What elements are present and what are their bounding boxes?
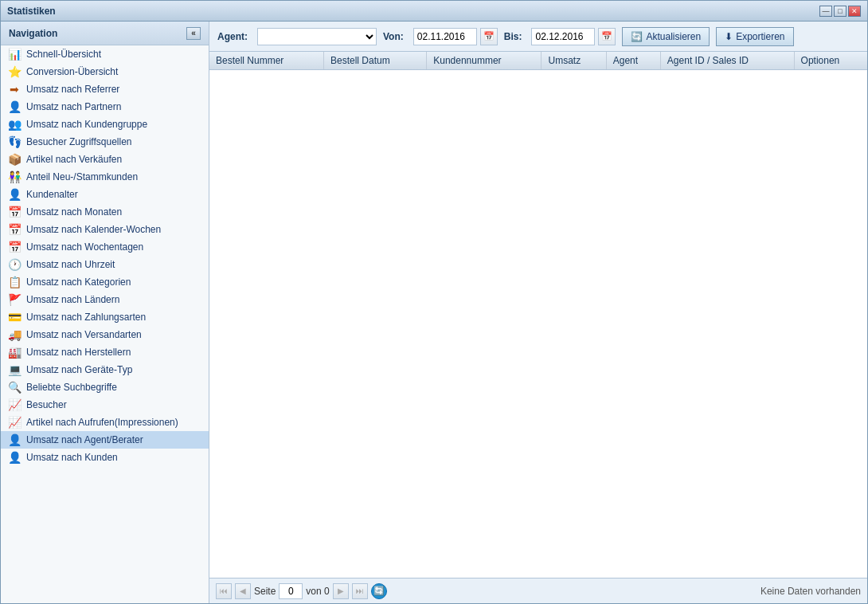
sidebar-item-kunden[interactable]: 👤Umsatz nach Kunden <box>1 449 209 466</box>
nav-icon-impressionen: 📈 <box>7 416 22 429</box>
no-data-label: Keine Daten vorhanden <box>760 586 861 597</box>
minimize-button[interactable]: — <box>819 6 832 17</box>
nav-icon-kalenderwochen: 📅 <box>7 223 22 236</box>
bis-calendar-button[interactable]: 📅 <box>598 28 616 45</box>
von-label: Von: <box>383 31 404 42</box>
nav-icon-versandarten: 🚚 <box>7 328 22 341</box>
nav-icon-kategorien: 📋 <box>7 276 22 288</box>
window-controls: — □ ✕ <box>819 6 861 17</box>
sidebar-item-stammkunden[interactable]: 👫Anteil Neu-/Stammkunden <box>1 168 209 186</box>
sidebar-item-zugriffsquellen[interactable]: 👣Besucher Zugriffsquellen <box>1 133 209 151</box>
von-date-input[interactable] <box>413 28 477 45</box>
table-header-row: Bestell Nummer Bestell Datum Kundennumme… <box>209 52 867 70</box>
sidebar-item-herstellern[interactable]: 🏭Umsatz nach Herstellern <box>1 343 209 361</box>
main-content: Navigation « 📊Schnell-Übersicht⭐Conversi… <box>1 22 867 603</box>
sidebar-item-laendern[interactable]: 🚩Umsatz nach Ländern <box>1 291 209 308</box>
export-icon: ⬇ <box>725 31 733 42</box>
sidebar-item-kalenderwochen[interactable]: 📅Umsatz nach Kalender-Wochen <box>1 221 209 238</box>
page-input[interactable] <box>279 583 303 599</box>
sidebar-item-verkaufen[interactable]: 📦Artikel nach Verkäufen <box>1 151 209 168</box>
sidebar-item-suchbegriffe[interactable]: 🔍Beliebte Suchbegriffe <box>1 378 209 396</box>
table-container: Bestell Nummer Bestell Datum Kundennumme… <box>209 52 867 578</box>
sidebar-item-kundenalter[interactable]: 👤Kundenalter <box>1 186 209 203</box>
nav-label-wochentagen: Umsatz nach Wochentagen <box>26 241 143 253</box>
agent-select[interactable] <box>257 28 377 45</box>
nav-label-agent: Umsatz nach Agent/Berater <box>26 434 143 445</box>
nav-icon-conversion: ⭐ <box>7 65 22 78</box>
nav-label-impressionen: Artikel nach Aufrufen(Impressionen) <box>26 417 178 428</box>
nav-label-besucher: Besucher <box>26 399 67 410</box>
last-page-button[interactable]: ⏭ <box>352 583 368 599</box>
prev-page-button[interactable]: ◀ <box>235 583 251 599</box>
nav-icon-wochentagen: 📅 <box>7 241 22 253</box>
nav-label-referrer: Umsatz nach Referrer <box>26 84 119 95</box>
nav-label-herstellern: Umsatz nach Herstellern <box>26 347 131 358</box>
data-table: Bestell Nummer Bestell Datum Kundennumme… <box>209 52 867 70</box>
refresh-icon: 🔄 <box>631 31 643 42</box>
sidebar-item-conversion[interactable]: ⭐Conversion-Übersicht <box>1 63 209 80</box>
sidebar-item-zahlungsarten[interactable]: 💳Umsatz nach Zahlungsarten <box>1 308 209 326</box>
von-calendar-button[interactable]: 📅 <box>480 28 498 45</box>
sidebar-title: Navigation <box>9 28 57 39</box>
von-pages-label: von 0 <box>306 586 329 597</box>
collapse-button[interactable]: « <box>186 27 201 40</box>
nav-label-partner: Umsatz nach Partnern <box>26 101 121 112</box>
nav-icon-zahlungsarten: 💳 <box>7 311 22 324</box>
sidebar-list: 📊Schnell-Übersicht⭐Conversion-Übersicht➡… <box>1 45 209 603</box>
col-umsatz: Umsatz <box>542 52 606 70</box>
close-button[interactable]: ✕ <box>848 6 861 17</box>
bis-date-input[interactable] <box>531 28 595 45</box>
nav-icon-stammkunden: 👫 <box>7 171 22 183</box>
nav-label-kundengruppe: Umsatz nach Kundengruppe <box>26 119 147 130</box>
nav-icon-schnell: 📊 <box>7 48 22 61</box>
nav-icon-monaten: 📅 <box>7 206 22 218</box>
nav-label-kalenderwochen: Umsatz nach Kalender-Wochen <box>26 224 161 235</box>
nav-icon-referrer: ➡ <box>7 83 22 96</box>
sidebar-item-geraetetyp[interactable]: 💻Umsatz nach Geräte-Typ <box>1 361 209 378</box>
col-agent-id: Agent ID / Sales ID <box>660 52 794 70</box>
pagination-bar: ⏮ ◀ Seite von 0 ▶ ⏭ 🔄 Keine Daten vorhan… <box>209 578 867 603</box>
nav-label-kategorien: Umsatz nach Kategorien <box>26 277 131 288</box>
nav-icon-suchbegriffe: 🔍 <box>7 381 22 394</box>
sidebar-item-besucher[interactable]: 📈Besucher <box>1 396 209 414</box>
maximize-button[interactable]: □ <box>834 6 846 17</box>
sidebar: Navigation « 📊Schnell-Übersicht⭐Conversi… <box>1 22 209 603</box>
von-date-group: 📅 <box>413 28 498 45</box>
sidebar-item-referrer[interactable]: ➡Umsatz nach Referrer <box>1 80 209 98</box>
main-window: Statistiken — □ ✕ Navigation « 📊Schnell-… <box>0 0 868 604</box>
col-optionen: Optionen <box>794 52 867 70</box>
nav-icon-kundengruppe: 👥 <box>7 118 22 131</box>
exportieren-button[interactable]: ⬇ Exportieren <box>716 27 793 46</box>
sidebar-item-schnell[interactable]: 📊Schnell-Übersicht <box>1 45 209 63</box>
sidebar-item-kategorien[interactable]: 📋Umsatz nach Kategorien <box>1 273 209 291</box>
nav-icon-geraetetyp: 💻 <box>7 363 22 376</box>
col-agent: Agent <box>606 52 660 70</box>
aktualisieren-button[interactable]: 🔄 Aktualisieren <box>622 27 710 46</box>
sidebar-item-versandarten[interactable]: 🚚Umsatz nach Versandarten <box>1 326 209 343</box>
sidebar-item-kundengruppe[interactable]: 👥Umsatz nach Kundengruppe <box>1 116 209 133</box>
nav-label-stammkunden: Anteil Neu-/Stammkunden <box>26 171 138 182</box>
first-page-button[interactable]: ⏮ <box>216 583 232 599</box>
nav-label-zugriffsquellen: Besucher Zugriffsquellen <box>26 136 132 147</box>
nav-label-schnell: Schnell-Übersicht <box>26 49 101 60</box>
next-page-button[interactable]: ▶ <box>333 583 349 599</box>
pagination-refresh-button[interactable]: 🔄 <box>371 583 387 599</box>
sidebar-item-wochentagen[interactable]: 📅Umsatz nach Wochentagen <box>1 238 209 256</box>
nav-label-zahlungsarten: Umsatz nach Zahlungsarten <box>26 312 146 323</box>
sidebar-header: Navigation « <box>1 22 209 45</box>
title-bar: Statistiken — □ ✕ <box>1 1 867 22</box>
sidebar-item-impressionen[interactable]: 📈Artikel nach Aufrufen(Impressionen) <box>1 414 209 431</box>
col-bestell-datum: Bestell Datum <box>324 52 427 70</box>
nav-icon-verkaufen: 📦 <box>7 153 22 166</box>
sidebar-item-agent[interactable]: 👤Umsatz nach Agent/Berater <box>1 431 209 449</box>
window-title: Statistiken <box>7 6 56 17</box>
nav-icon-partner: 👤 <box>7 100 22 113</box>
nav-label-monaten: Umsatz nach Monaten <box>26 206 122 218</box>
nav-icon-laendern: 🚩 <box>7 293 22 306</box>
nav-icon-besucher: 📈 <box>7 398 22 411</box>
sidebar-item-partner[interactable]: 👤Umsatz nach Partnern <box>1 98 209 116</box>
sidebar-item-uhrzeit[interactable]: 🕐Umsatz nach Uhrzeit <box>1 256 209 273</box>
sidebar-item-monaten[interactable]: 📅Umsatz nach Monaten <box>1 203 209 221</box>
aktualisieren-label: Aktualisieren <box>646 31 701 42</box>
nav-icon-agent: 👤 <box>7 433 22 446</box>
